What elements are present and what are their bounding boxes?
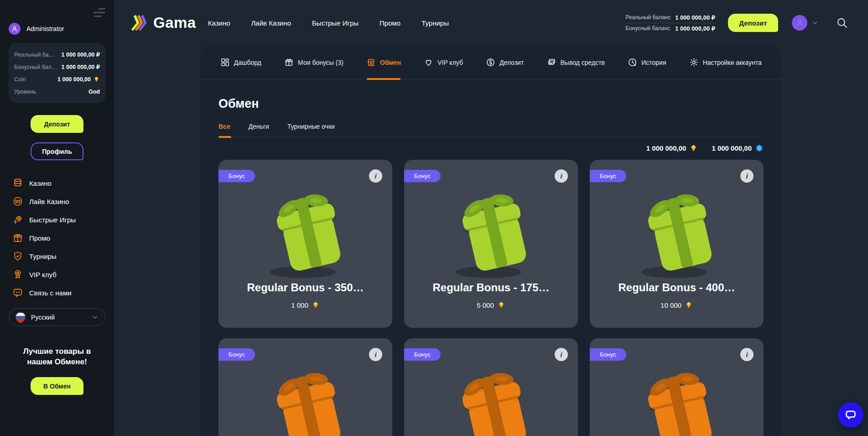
bonus-price-value: 10 000 — [660, 301, 681, 309]
sidebar-item-vip[interactable]: VIP клуб — [9, 265, 105, 284]
account-menu[interactable] — [792, 15, 819, 31]
bonus-title: Regular Bonus - 175… — [404, 281, 578, 294]
tab-label: Обмен — [380, 59, 401, 66]
sidebar-item-label: Лайв Казино — [29, 198, 69, 205]
tab-gift[interactable]: Мои бонусы (3) — [284, 46, 343, 79]
sidebar-menu: КазиноЛайв КазиноБыстрые ИгрыПромоТурнир… — [9, 174, 105, 302]
gama-logo[interactable]: Gama — [131, 14, 196, 32]
coin-gem-icon — [312, 301, 320, 309]
tab-label: Вывод средств — [561, 59, 605, 66]
info-icon[interactable]: i — [740, 348, 754, 361]
sidebar-profile[interactable]: Administrator — [9, 23, 105, 35]
page-title: Обмен — [218, 97, 764, 111]
info-icon[interactable]: i — [555, 348, 568, 361]
sidebar-item-label: Турниры — [29, 252, 57, 260]
sidebar-item-label: Промо — [29, 234, 50, 242]
sidebar-item-live-casino[interactable]: Лайв Казино — [9, 192, 105, 210]
real-balance-value: 1 000 000,00 ₽ — [675, 14, 715, 21]
info-icon[interactable]: i — [740, 169, 754, 183]
header-balances: Реальный баланс 1 000 000,00 ₽ Бонусный … — [625, 12, 715, 34]
chevron-down-icon — [811, 19, 819, 26]
account-panel: ДашбордМои бонусы (3)ОбменVIP клубДепози… — [200, 46, 782, 436]
bonus-card[interactable]: Бонусi Regular Bonus - 400…10 000 — [590, 160, 764, 328]
search-icon[interactable] — [836, 17, 848, 29]
sidebar-item-fast-games[interactable]: Быстрые Игры — [9, 210, 105, 229]
logo-chevrons-icon — [131, 14, 150, 32]
tab-label: Мои бонусы (3) — [298, 59, 343, 66]
tab-coin[interactable]: Депозит — [486, 46, 524, 79]
gift-box-image — [443, 364, 540, 436]
chevron-down-icon — [91, 314, 99, 321]
exchange-filters: ВсеДеньгиТурнирные очки — [218, 123, 764, 137]
chat-bubble-icon — [844, 408, 858, 422]
coin-gem-icon — [497, 301, 505, 309]
sidebar-item-tournaments[interactable]: Турниры — [9, 247, 105, 265]
bonus-card[interactable]: Бонусi — [590, 338, 764, 436]
top-header: Gama КазиноЛайв КазиноБыстрые ИгрыПромоТ… — [114, 0, 868, 46]
live-chat-button[interactable] — [838, 402, 863, 428]
top-nav-item[interactable]: Лайв Казино — [251, 19, 291, 27]
bonus-card[interactable]: Бонусi — [404, 338, 578, 436]
bonus-price-value: 1 000 — [291, 301, 308, 309]
balance-row-label: Бонусный бал… — [14, 64, 57, 70]
top-nav-item[interactable]: Промо — [379, 19, 400, 27]
gift-icon — [284, 58, 294, 67]
balance-row-label: Coin — [14, 76, 26, 83]
coin-icon — [486, 58, 495, 67]
sidebar-item-contact[interactable]: Связь с нами — [9, 284, 105, 302]
gift-box-image — [629, 185, 725, 279]
filter-Все[interactable]: Все — [218, 123, 230, 130]
balance-row-value: 1 000 000,00 ₽ — [62, 63, 100, 70]
sidebar-profile-button[interactable]: Профиль — [31, 142, 83, 160]
bonus-balance-value: 1 000 000,00 ₽ — [675, 25, 715, 32]
tab-label: История — [641, 59, 666, 66]
bonus-badge: Бонус — [404, 170, 441, 182]
tab-label: Дашборд — [234, 59, 261, 66]
sidebar-deposit-button[interactable]: Депозит — [31, 115, 83, 133]
gift-box-image — [443, 185, 540, 279]
bonus-card[interactable]: Бонусi — [218, 338, 392, 436]
real-balance-label: Реальный баланс — [625, 14, 670, 21]
header-deposit-button[interactable]: Депозит — [728, 14, 778, 32]
tab-withdraw[interactable]: Вывод средств — [547, 46, 605, 79]
withdraw-icon — [547, 58, 556, 67]
balance-row-value: 1 000 000,00 ₽ — [62, 51, 100, 58]
history-icon — [628, 58, 637, 67]
tab-settings[interactable]: Настройки аккаунта — [689, 46, 762, 79]
tab-heart[interactable]: VIP клуб — [424, 46, 463, 79]
filter-Турнирные очки[interactable]: Турнирные очки — [287, 123, 335, 130]
bonus-price-value: 5 000 — [477, 301, 494, 309]
sidebar-promo-text: Лучшие товары в нашем Обмене! — [9, 346, 105, 367]
bonus-badge: Бонус — [590, 170, 626, 182]
contact-icon — [12, 287, 24, 299]
info-icon[interactable]: i — [369, 348, 382, 361]
bonus-badge: Бонус — [218, 348, 255, 361]
sidebar-item-promo[interactable]: Промо — [9, 229, 105, 247]
balance-row: Бонусный бал…1 000 000,00 ₽ — [14, 61, 100, 73]
tab-dashboard[interactable]: Дашборд — [220, 46, 261, 79]
balance-row-value: God — [88, 89, 100, 95]
balance-row-label: Уровень — [14, 89, 36, 95]
filter-Деньги[interactable]: Деньги — [249, 123, 269, 130]
bonus-card[interactable]: Бонусi Regular Bonus - 175…5 000 — [404, 160, 578, 328]
tab-shop[interactable]: Обмен — [366, 46, 401, 79]
sidebar-item-casino[interactable]: Казино — [9, 174, 105, 192]
to-exchange-button[interactable]: В Обмен — [31, 377, 83, 395]
language-selector[interactable]: Русский — [9, 308, 105, 326]
info-icon[interactable]: i — [555, 169, 568, 183]
coin-wallet: 1 000 000,00 — [646, 144, 698, 152]
menu-toggle-icon[interactable] — [94, 8, 105, 17]
username: Administrator — [26, 25, 64, 32]
language-label: Русский — [31, 314, 86, 321]
tab-history[interactable]: История — [628, 46, 666, 79]
tab-label: Депозит — [499, 59, 524, 66]
bonus-card[interactable]: Бонусi Regular Bonus - 350…1 000 — [218, 160, 392, 328]
top-nav-item[interactable]: Турниры — [421, 19, 449, 27]
top-nav-item[interactable]: Быстрые Игры — [312, 19, 359, 27]
bonus-badge: Бонус — [218, 170, 255, 182]
info-icon[interactable]: i — [369, 169, 382, 183]
top-nav-item[interactable]: Казино — [208, 19, 230, 27]
bonus-price: 10 000 — [590, 301, 764, 309]
balance-row-label: Реальный ба… — [14, 52, 54, 58]
user-avatar — [9, 23, 21, 35]
